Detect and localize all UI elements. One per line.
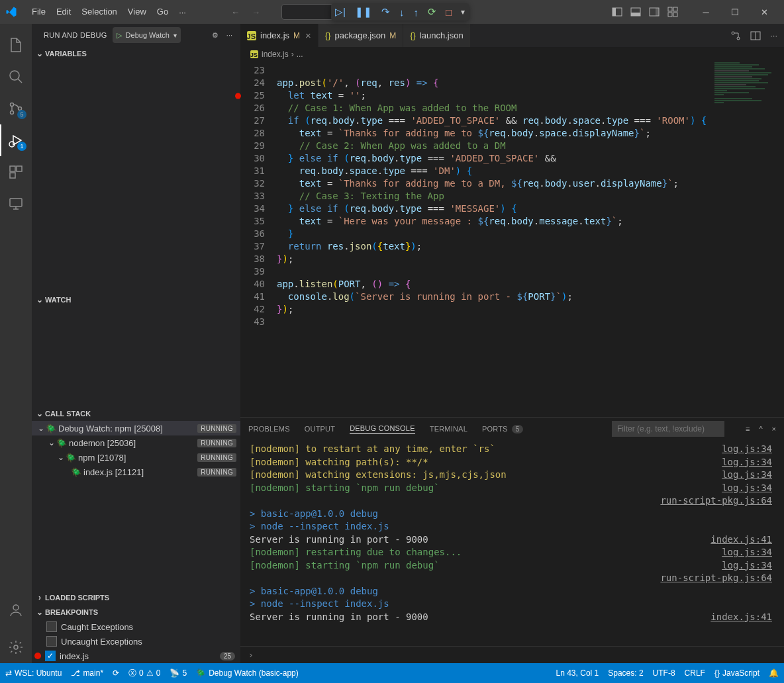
callstack-section-header[interactable]: ⌄CALL STACK bbox=[32, 406, 240, 421]
status-cursor-position[interactable]: Ln 43, Col 1 bbox=[556, 668, 599, 678]
editor-compare-icon[interactable] bbox=[730, 30, 741, 41]
chevron-right-icon: › bbox=[34, 593, 45, 602]
status-notifications-icon[interactable]: 🔔 bbox=[769, 668, 779, 678]
watch-body bbox=[32, 307, 240, 406]
editor-more-icon[interactable]: ··· bbox=[770, 30, 777, 40]
minimize-window-icon[interactable]: ─ bbox=[691, 0, 720, 24]
status-language[interactable]: {} JavaScript bbox=[714, 668, 760, 678]
debug-continue-icon[interactable]: ▷| bbox=[335, 6, 346, 18]
checkbox-checked-icon[interactable]: ✓ bbox=[45, 651, 56, 661]
debug-more-icon[interactable]: ··· bbox=[226, 31, 232, 40]
customize-layout-icon[interactable] bbox=[667, 7, 678, 17]
debug-config-dropdown[interactable]: ▷ Debug Watch ▾ bbox=[113, 27, 181, 43]
close-window-icon[interactable]: ✕ bbox=[750, 0, 779, 24]
debug-step-over-icon[interactable]: ↷ bbox=[381, 6, 390, 18]
activity-remote-explorer-icon[interactable] bbox=[0, 188, 32, 220]
start-debug-icon[interactable]: ▷ bbox=[117, 31, 122, 40]
console-settings-icon[interactable]: ≡ bbox=[746, 425, 750, 433]
callstack-process[interactable]: ⌄🪲Debug Watch: npm [25008]RUNNING bbox=[32, 421, 240, 435]
activity-accounts-icon[interactable] bbox=[0, 594, 32, 626]
status-debug[interactable]: 🪲Debug Watch (basic-app) bbox=[196, 668, 299, 678]
debug-restart-icon[interactable]: ⟳ bbox=[428, 6, 436, 18]
panel-tab-terminal[interactable]: TERMINAL bbox=[430, 425, 467, 433]
debug-toolbar: ▷| ❚❚ ↷ ↓ ↑ ⟳ □ ▾ bbox=[331, 3, 469, 21]
status-ports[interactable]: 📡5 bbox=[170, 668, 187, 678]
variables-body bbox=[32, 61, 240, 293]
activity-search-icon[interactable] bbox=[0, 61, 32, 93]
bottom-panel: PROBLEMS OUTPUT DEBUG CONSOLE TERMINAL P… bbox=[240, 417, 784, 663]
debug-console-input[interactable]: › bbox=[240, 646, 784, 663]
variables-section-header[interactable]: ⌄VARIABLES bbox=[32, 46, 240, 61]
debug-sidebar: RUN AND DEBUG ▷ Debug Watch ▾ ⚙ ··· ⌄VAR… bbox=[32, 24, 240, 663]
breakpoint-file[interactable]: ✓index.js25 bbox=[32, 649, 240, 663]
tab-package-json[interactable]: {}package.jsonM bbox=[318, 24, 403, 47]
checkbox-unchecked-icon[interactable] bbox=[46, 621, 57, 632]
activity-debug-icon[interactable]: 1 bbox=[0, 124, 32, 156]
nav-back-icon[interactable]: ← bbox=[231, 7, 240, 17]
js-file-icon: JS bbox=[250, 50, 258, 58]
watch-section-header[interactable]: ⌄WATCH bbox=[32, 293, 240, 307]
panel-maximize-icon[interactable]: ^ bbox=[759, 425, 762, 433]
tab-index-js[interactable]: JSindex.jsM× bbox=[240, 24, 318, 47]
svg-point-21 bbox=[732, 32, 734, 34]
panel-tab-ports[interactable]: PORTS5 bbox=[482, 425, 523, 433]
panel-tab-problems[interactable]: PROBLEMS bbox=[248, 425, 290, 433]
activity-scm-icon[interactable]: 5 bbox=[0, 93, 32, 124]
toggle-panel-icon[interactable] bbox=[630, 7, 641, 17]
debug-step-into-icon[interactable]: ↓ bbox=[399, 7, 405, 18]
status-eol[interactable]: CRLF bbox=[685, 668, 705, 678]
debug-target-dropdown[interactable]: ▾ bbox=[461, 7, 465, 17]
debug-stop-icon[interactable]: □ bbox=[446, 7, 452, 18]
toggle-secondary-sidebar-icon[interactable] bbox=[649, 7, 660, 17]
panel-tab-output[interactable]: OUTPUT bbox=[305, 425, 335, 433]
maximize-window-icon[interactable]: ☐ bbox=[720, 0, 750, 24]
debug-step-out-icon[interactable]: ↑ bbox=[413, 7, 418, 18]
callstack-process[interactable]: ⌄🪲nodemon [25036]RUNNING bbox=[32, 435, 240, 450]
callstack-process[interactable]: 🪲index.js [21121]RUNNING bbox=[32, 465, 240, 479]
code-editor[interactable]: 2324252627282930313233343536373839404142… bbox=[240, 62, 784, 417]
debug-console-output[interactable]: [nodemon] to restart at any time, enter … bbox=[240, 440, 784, 646]
status-sync[interactable]: ⟳ bbox=[113, 668, 119, 678]
debug-settings-icon[interactable]: ⚙ bbox=[212, 31, 219, 40]
breakpoint-caught-exceptions[interactable]: Caught Exceptions bbox=[32, 619, 240, 634]
panel-close-icon[interactable]: × bbox=[772, 425, 776, 433]
menu-view[interactable]: View bbox=[122, 0, 152, 24]
code-content[interactable]: app.post('/', (req, res) => { let text =… bbox=[277, 62, 784, 417]
vscode-logo-icon bbox=[5, 6, 17, 18]
menu-edit[interactable]: Edit bbox=[51, 0, 76, 24]
status-errors[interactable]: ⓧ0 ⚠0 bbox=[128, 668, 160, 679]
remote-icon: ⇄ bbox=[5, 668, 12, 678]
status-indentation[interactable]: Spaces: 2 bbox=[608, 668, 643, 678]
activity-explorer-icon[interactable] bbox=[0, 29, 32, 61]
nav-forward-icon[interactable]: → bbox=[252, 7, 260, 17]
loaded-scripts-section-header[interactable]: ›LOADED SCRIPTS bbox=[32, 590, 240, 605]
menu-more[interactable]: ··· bbox=[173, 7, 191, 17]
minimap[interactable] bbox=[712, 62, 775, 174]
editor-split-icon[interactable] bbox=[750, 30, 761, 41]
menu-go[interactable]: Go bbox=[152, 0, 173, 24]
svg-rect-18 bbox=[10, 199, 22, 206]
callstack-process[interactable]: ⌄🪲npm [21078]RUNNING bbox=[32, 450, 240, 465]
line-gutter[interactable]: 2324252627282930313233343536373839404142… bbox=[240, 62, 277, 417]
checkbox-unchecked-icon[interactable] bbox=[46, 636, 57, 647]
status-encoding[interactable]: UTF-8 bbox=[653, 668, 675, 678]
status-branch[interactable]: ⎇main* bbox=[71, 668, 103, 678]
breakpoint-uncaught-exceptions[interactable]: Uncaught Exceptions bbox=[32, 634, 240, 649]
toggle-primary-sidebar-icon[interactable] bbox=[612, 7, 622, 17]
status-remote[interactable]: ⇄WSL: Ubuntu bbox=[5, 668, 62, 678]
activity-extensions-icon[interactable] bbox=[0, 156, 32, 188]
activity-settings-icon[interactable] bbox=[0, 631, 32, 663]
chevron-down-icon: ⌄ bbox=[34, 49, 45, 58]
console-filter-input[interactable] bbox=[612, 421, 724, 437]
debug-pause-icon[interactable]: ❚❚ bbox=[355, 6, 372, 18]
menu-file[interactable]: File bbox=[26, 0, 51, 24]
breadcrumb[interactable]: JS index.js › ... bbox=[240, 47, 784, 62]
breakpoints-section-header[interactable]: ⌄BREAKPOINTS bbox=[32, 605, 240, 619]
panel-tab-debug-console[interactable]: DEBUG CONSOLE bbox=[350, 424, 415, 434]
svg-rect-15 bbox=[10, 166, 15, 171]
menu-selection[interactable]: Selection bbox=[76, 0, 122, 24]
close-icon[interactable]: × bbox=[305, 30, 311, 41]
warning-icon: ⚠ bbox=[146, 668, 154, 678]
tab-launch-json[interactable]: {}launch.json bbox=[403, 24, 470, 47]
radio-tower-icon: 📡 bbox=[170, 668, 179, 678]
